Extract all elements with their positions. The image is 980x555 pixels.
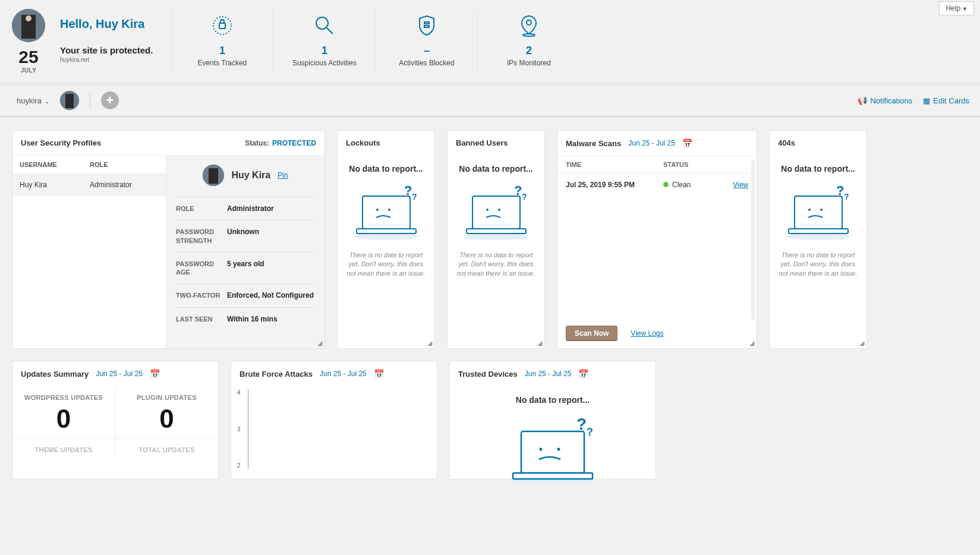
svg-line-6: [327, 28, 333, 34]
user-row[interactable]: Huy Kira Administrator: [12, 174, 166, 195]
shield-icon: [376, 12, 477, 39]
welcome-block: 25 JULY Hello, Huy Kira Your site is pro…: [12, 9, 171, 74]
subheader: huykira⌄ + 📢 Notifications ▦ Edit Cards: [0, 84, 980, 117]
svg-point-26: [498, 209, 500, 211]
stat-events-tracked: 1 Events Tracked: [171, 9, 273, 74]
location-pin-icon: [478, 12, 579, 39]
svg-text:?: ?: [844, 192, 849, 201]
lock-radar-icon: [171, 12, 273, 39]
today-month: JULY: [12, 67, 45, 74]
svg-rect-38: [513, 473, 593, 479]
card-404s: 404s No data to report... ?? There is no…: [769, 130, 867, 349]
card-updates-summary: Updates Summary Jun 25 - Jul 25 📅 WORDPR…: [12, 361, 219, 480]
user-avatar-small[interactable]: [60, 91, 79, 110]
view-scan-link[interactable]: View: [733, 181, 748, 189]
svg-rect-16: [363, 196, 410, 229]
svg-point-39: [540, 448, 543, 451]
svg-text:?: ?: [576, 417, 587, 433]
scan-row: Jul 25, 2019 9:55 PM Clean View: [557, 174, 757, 196]
laptop-confused-icon: ??: [780, 183, 857, 242]
svg-rect-30: [795, 196, 842, 229]
svg-rect-7: [424, 22, 429, 24]
svg-rect-37: [521, 431, 584, 473]
date-range-link[interactable]: Jun 25 - Jul 25: [96, 370, 143, 378]
svg-rect-31: [789, 229, 848, 234]
stat-ips-monitored: 2 IPs Monitored: [477, 9, 579, 74]
calendar-icon[interactable]: 📅: [150, 369, 160, 379]
svg-point-2: [26, 15, 31, 21]
svg-text:?: ?: [404, 183, 412, 198]
svg-text:?: ?: [522, 192, 527, 201]
date-range-link[interactable]: Jun 25 - Jul 25: [628, 139, 675, 147]
calendar-icon[interactable]: 📅: [578, 369, 588, 379]
edit-cards-link[interactable]: ▦ Edit Cards: [923, 96, 969, 105]
svg-point-5: [316, 17, 328, 29]
help-button[interactable]: Help▼: [939, 1, 974, 15]
resize-handle[interactable]: ◢: [859, 339, 864, 347]
svg-text:?: ?: [514, 183, 522, 198]
svg-rect-17: [357, 229, 416, 234]
svg-point-18: [376, 209, 379, 211]
grid-icon: ▦: [923, 96, 930, 105]
svg-rect-14: [209, 168, 218, 184]
divider: [90, 93, 90, 108]
resize-handle[interactable]: ◢: [749, 339, 754, 347]
notifications-link[interactable]: 📢 Notifications: [858, 96, 912, 105]
date-range-link[interactable]: Jun 25 - Jul 25: [320, 370, 367, 378]
svg-point-19: [388, 209, 390, 211]
card-brute-force: Brute Force Attacks Jun 25 - Jul 25 📅 4 …: [231, 361, 437, 480]
site-host: huykira.net: [60, 56, 153, 63]
bell-icon: 📢: [858, 96, 867, 105]
resize-handle[interactable]: ◢: [537, 339, 542, 347]
card-user-security-profiles: User Security Profiles Status:PROTECTED …: [12, 130, 325, 349]
calendar-icon[interactable]: 📅: [374, 369, 384, 379]
resize-handle[interactable]: ◢: [427, 339, 432, 347]
card-lockouts: Lockouts No data to report... ?? There i…: [337, 130, 435, 349]
laptop-confused-icon: ??: [502, 417, 603, 488]
stat-activities-blocked: – Activities Blocked: [375, 9, 477, 74]
site-dropdown[interactable]: huykira⌄: [17, 96, 49, 105]
card-trusted-devices: Trusted Devices Jun 25 - Jul 25 📅 No dat…: [449, 361, 656, 480]
svg-point-10: [523, 34, 535, 36]
user-avatar: [12, 9, 45, 42]
svg-text:?: ?: [836, 183, 844, 198]
svg-point-33: [820, 209, 823, 211]
svg-rect-23: [472, 196, 520, 229]
scan-now-button[interactable]: Scan Now: [566, 326, 617, 341]
date-range-link[interactable]: Jun 25 - Jul 25: [525, 370, 572, 378]
svg-point-25: [486, 209, 489, 211]
laptop-confused-icon: ??: [348, 183, 425, 242]
svg-text:?: ?: [412, 192, 417, 201]
calendar-icon[interactable]: 📅: [682, 138, 692, 148]
svg-point-9: [527, 20, 531, 25]
greeting: Hello, Huy Kira: [60, 17, 153, 31]
detail-avatar: [203, 165, 224, 186]
laptop-confused-icon: ??: [458, 183, 535, 242]
view-logs-link[interactable]: View Logs: [631, 329, 663, 338]
svg-rect-12: [65, 94, 74, 108]
add-button[interactable]: +: [101, 92, 119, 109]
today-day: 25: [12, 47, 45, 67]
card-banned-users: Banned Users No data to report... ?? The…: [447, 130, 545, 349]
stat-suspicious-activities: 1 Suspicious Activities: [273, 9, 375, 74]
pin-link[interactable]: Pin: [278, 171, 288, 179]
magnifier-icon: [273, 12, 375, 39]
brute-force-chart: 4 3 2: [248, 389, 427, 475]
svg-text:?: ?: [587, 426, 593, 438]
status-dot-clean: [663, 182, 669, 187]
svg-rect-24: [467, 229, 526, 234]
top-header: 25 JULY Hello, Huy Kira Your site is pro…: [0, 0, 980, 83]
card-malware-scans: Malware Scans Jun 25 - Jul 25 📅 TIME STA…: [557, 130, 757, 349]
svg-point-40: [557, 448, 560, 451]
svg-rect-4: [219, 23, 225, 29]
protected-text: Your site is protected.: [60, 45, 153, 55]
svg-point-32: [808, 209, 811, 211]
scrollbar[interactable]: [751, 159, 755, 320]
svg-rect-8: [424, 26, 429, 27]
resize-handle[interactable]: ◢: [317, 339, 322, 347]
